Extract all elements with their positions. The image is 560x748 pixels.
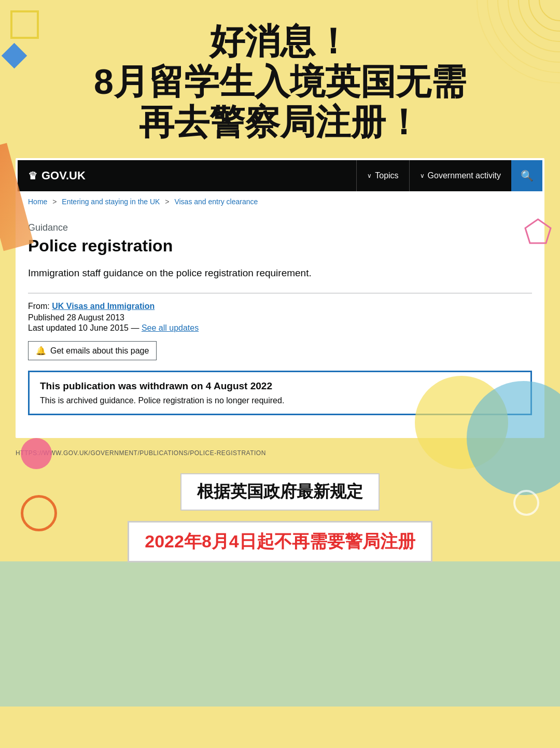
- topics-label: Topics: [375, 171, 398, 180]
- published-label: Published: [28, 313, 64, 322]
- updated-label: Last updated: [28, 323, 76, 332]
- updated-date: 10 June 2015: [78, 323, 129, 332]
- crown-icon: ♛: [28, 170, 37, 182]
- zh-highlight-box: 2022年8月4日起不再需要警局注册: [128, 521, 432, 562]
- gov-activity-label: Government activity: [428, 171, 501, 180]
- deco-square-tl: [10, 10, 39, 39]
- breadcrumb-visas[interactable]: Visas and entry clearance: [174, 197, 258, 206]
- svg-point-2: [519, 0, 560, 41]
- deco-ring-orange: [21, 495, 57, 531]
- breadcrumb: Home > Entering and staying in the UK > …: [18, 191, 542, 212]
- page-wrapper: 好消息！ 8月留学生入境英国无需 再去警察局注册！ ♛ GOV.UK ∨ Top…: [0, 0, 560, 748]
- svg-point-0: [539, 0, 560, 21]
- gov-activity-nav-item[interactable]: ∨ Government activity: [409, 160, 511, 191]
- breadcrumb-sep-1: >: [52, 197, 57, 206]
- deco-pentagon-r: [524, 218, 552, 248]
- bottom-text-section: 根据英国政府最新规定 2022年8月4日起不再需要警局注册: [0, 463, 560, 573]
- chevron-down-icon-activity: ∨: [420, 172, 425, 179]
- get-emails-button[interactable]: 🔔 Get emails about this page: [28, 341, 157, 360]
- zh-highlight-text: 2022年8月4日起不再需要警局注册: [145, 531, 415, 551]
- headline-chinese: 好消息！ 8月留学生入境英国无需 再去警察局注册！: [21, 21, 539, 143]
- zh-subtitle-text: 根据英国政府最新规定: [197, 482, 363, 501]
- breadcrumb-home[interactable]: Home: [28, 197, 47, 206]
- search-icon: 🔍: [521, 170, 534, 182]
- svg-point-1: [529, 0, 560, 31]
- guidance-label: Guidance: [28, 222, 532, 233]
- from-org-link[interactable]: UK Visas and Immigration: [52, 302, 155, 311]
- svg-point-4: [498, 0, 560, 62]
- page-title: Police registration: [28, 236, 532, 256]
- deco-pink-circle: [21, 438, 52, 469]
- get-emails-label: Get emails about this page: [50, 346, 149, 356]
- svg-marker-7: [525, 219, 551, 243]
- deco-blue-rect: [0, 561, 560, 707]
- topics-nav-item[interactable]: ∨ Topics: [356, 160, 409, 191]
- svg-point-6: [477, 0, 560, 83]
- bell-icon: 🔔: [36, 346, 46, 356]
- zh-subtitle-box: 根据英国政府最新规定: [180, 473, 380, 511]
- metadata-published: Published 28 August 2013: [28, 313, 532, 322]
- page-description: Immigration staff guidance on the police…: [28, 266, 532, 281]
- govuk-logo-text: GOV.UK: [41, 169, 86, 182]
- headline-line1: 好消息！: [21, 21, 539, 61]
- breadcrumb-sep-2: >: [165, 197, 169, 206]
- deco-arcs: [467, 0, 560, 93]
- headline-line2: 8月留学生入境英国无需: [21, 61, 539, 102]
- govuk-logo: ♛ GOV.UK: [28, 169, 86, 182]
- search-button[interactable]: 🔍: [511, 160, 542, 191]
- metadata-divider: [28, 293, 532, 293]
- from-label: From:: [28, 302, 50, 311]
- breadcrumb-entering-staying[interactable]: Entering and staying in the UK: [62, 197, 160, 206]
- metadata-updated: Last updated 10 June 2015 — See all upda…: [28, 323, 532, 333]
- top-banner: 好消息！ 8月留学生入境英国无需 再去警察局注册！: [0, 0, 560, 153]
- headline-line3: 再去警察局注册！: [21, 102, 539, 142]
- deco-ring-white: [513, 490, 539, 516]
- govuk-nav: ∨ Topics ∨ Government activity 🔍: [356, 160, 542, 191]
- bottom-section: 根据英国政府最新规定 2022年8月4日起不再需要警局注册: [0, 463, 560, 573]
- chevron-down-icon-topics: ∨: [367, 172, 372, 179]
- govuk-logo-area: ♛ GOV.UK: [18, 169, 356, 182]
- metadata-from: From: UK Visas and Immigration: [28, 302, 532, 311]
- see-all-updates-link[interactable]: See all updates: [142, 323, 199, 332]
- published-date: 28 August 2013: [67, 313, 124, 322]
- govuk-header: ♛ GOV.UK ∨ Topics ∨ Government activity …: [18, 160, 542, 191]
- metadata-section: From: UK Visas and Immigration Published…: [28, 302, 532, 333]
